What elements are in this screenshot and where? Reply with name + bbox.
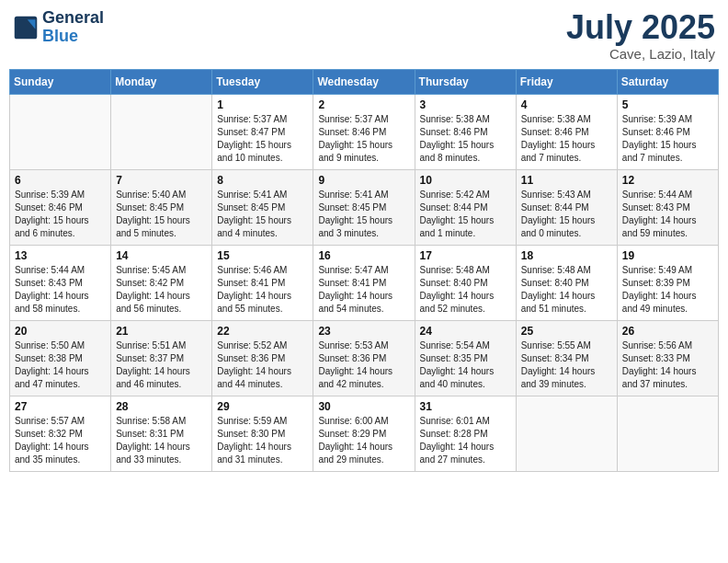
calendar-cell <box>516 396 617 471</box>
calendar-cell <box>617 396 718 471</box>
day-info: Sunrise: 5:41 AM Sunset: 8:45 PM Dayligh… <box>318 189 409 240</box>
weekday-saturday: Saturday <box>617 69 718 94</box>
day-info: Sunrise: 5:58 AM Sunset: 8:31 PM Dayligh… <box>116 415 207 466</box>
calendar-week-4: 20Sunrise: 5:50 AM Sunset: 8:38 PM Dayli… <box>10 320 719 396</box>
weekday-thursday: Thursday <box>415 69 516 94</box>
day-number: 10 <box>420 174 511 187</box>
calendar-cell: 1Sunrise: 5:37 AM Sunset: 8:47 PM Daylig… <box>212 94 313 169</box>
day-info: Sunrise: 5:48 AM Sunset: 8:40 PM Dayligh… <box>420 264 511 316</box>
day-number: 30 <box>318 400 409 413</box>
calendar-cell <box>10 94 111 169</box>
day-info: Sunrise: 5:59 AM Sunset: 8:30 PM Dayligh… <box>217 415 308 466</box>
calendar-week-1: 1Sunrise: 5:37 AM Sunset: 8:47 PM Daylig… <box>10 94 719 169</box>
day-number: 16 <box>318 249 409 262</box>
day-number: 20 <box>15 325 106 338</box>
day-number: 25 <box>521 325 612 338</box>
calendar-cell: 25Sunrise: 5:55 AM Sunset: 8:34 PM Dayli… <box>516 320 617 396</box>
day-number: 5 <box>622 98 713 111</box>
calendar-cell: 23Sunrise: 5:53 AM Sunset: 8:36 PM Dayli… <box>313 320 415 396</box>
calendar-cell: 20Sunrise: 5:50 AM Sunset: 8:38 PM Dayli… <box>10 320 111 396</box>
day-info: Sunrise: 5:49 AM Sunset: 8:39 PM Dayligh… <box>622 264 713 316</box>
day-number: 15 <box>217 249 308 262</box>
calendar-cell: 2Sunrise: 5:37 AM Sunset: 8:46 PM Daylig… <box>313 94 415 169</box>
calendar-week-2: 6Sunrise: 5:39 AM Sunset: 8:46 PM Daylig… <box>10 169 719 245</box>
weekday-monday: Monday <box>111 69 212 94</box>
day-info: Sunrise: 6:00 AM Sunset: 8:29 PM Dayligh… <box>318 415 409 466</box>
day-number: 7 <box>116 174 207 187</box>
day-number: 28 <box>116 400 207 413</box>
calendar-cell: 7Sunrise: 5:40 AM Sunset: 8:45 PM Daylig… <box>111 169 212 245</box>
day-number: 4 <box>521 98 612 111</box>
day-number: 21 <box>116 325 207 338</box>
day-info: Sunrise: 5:56 AM Sunset: 8:33 PM Dayligh… <box>622 339 713 391</box>
logo-text-general: General <box>42 9 104 28</box>
calendar-cell: 22Sunrise: 5:52 AM Sunset: 8:36 PM Dayli… <box>212 320 313 396</box>
day-number: 6 <box>15 174 106 187</box>
calendar-cell: 29Sunrise: 5:59 AM Sunset: 8:30 PM Dayli… <box>212 396 313 471</box>
day-number: 19 <box>622 249 713 262</box>
day-info: Sunrise: 6:01 AM Sunset: 8:28 PM Dayligh… <box>420 415 511 466</box>
day-number: 3 <box>420 98 511 111</box>
calendar-cell: 8Sunrise: 5:41 AM Sunset: 8:45 PM Daylig… <box>212 169 313 245</box>
day-info: Sunrise: 5:39 AM Sunset: 8:46 PM Dayligh… <box>15 189 106 240</box>
day-info: Sunrise: 5:39 AM Sunset: 8:46 PM Dayligh… <box>622 113 713 165</box>
day-info: Sunrise: 5:52 AM Sunset: 8:36 PM Dayligh… <box>217 339 308 391</box>
calendar-cell: 12Sunrise: 5:44 AM Sunset: 8:43 PM Dayli… <box>617 169 718 245</box>
day-number: 1 <box>217 98 308 111</box>
logo: General Blue <box>13 9 104 46</box>
day-info: Sunrise: 5:57 AM Sunset: 8:32 PM Dayligh… <box>15 415 106 466</box>
day-info: Sunrise: 5:38 AM Sunset: 8:46 PM Dayligh… <box>521 113 612 165</box>
calendar-cell: 31Sunrise: 6:01 AM Sunset: 8:28 PM Dayli… <box>415 396 516 471</box>
calendar-cell: 13Sunrise: 5:44 AM Sunset: 8:43 PM Dayli… <box>10 245 111 320</box>
calendar-cell: 11Sunrise: 5:43 AM Sunset: 8:44 PM Dayli… <box>516 169 617 245</box>
day-info: Sunrise: 5:54 AM Sunset: 8:35 PM Dayligh… <box>420 339 511 391</box>
day-info: Sunrise: 5:44 AM Sunset: 8:43 PM Dayligh… <box>15 264 106 316</box>
day-number: 12 <box>622 174 713 187</box>
weekday-friday: Friday <box>516 69 617 94</box>
logo-icon <box>13 15 39 40</box>
day-info: Sunrise: 5:40 AM Sunset: 8:45 PM Dayligh… <box>116 189 207 240</box>
logo-text-blue: Blue <box>42 28 104 46</box>
day-number: 11 <box>521 174 612 187</box>
day-info: Sunrise: 5:46 AM Sunset: 8:41 PM Dayligh… <box>217 264 308 316</box>
weekday-wednesday: Wednesday <box>313 69 415 94</box>
calendar-cell: 18Sunrise: 5:48 AM Sunset: 8:40 PM Dayli… <box>516 245 617 320</box>
calendar-body: 1Sunrise: 5:37 AM Sunset: 8:47 PM Daylig… <box>10 94 719 471</box>
calendar-cell: 26Sunrise: 5:56 AM Sunset: 8:33 PM Dayli… <box>617 320 718 396</box>
day-info: Sunrise: 5:47 AM Sunset: 8:41 PM Dayligh… <box>318 264 409 316</box>
day-info: Sunrise: 5:43 AM Sunset: 8:44 PM Dayligh… <box>521 189 612 240</box>
day-info: Sunrise: 5:42 AM Sunset: 8:44 PM Dayligh… <box>420 189 511 240</box>
calendar-cell: 5Sunrise: 5:39 AM Sunset: 8:46 PM Daylig… <box>617 94 718 169</box>
day-number: 8 <box>217 174 308 187</box>
calendar-cell: 14Sunrise: 5:45 AM Sunset: 8:42 PM Dayli… <box>111 245 212 320</box>
calendar-cell: 16Sunrise: 5:47 AM Sunset: 8:41 PM Dayli… <box>313 245 415 320</box>
day-number: 23 <box>318 325 409 338</box>
day-info: Sunrise: 5:41 AM Sunset: 8:45 PM Dayligh… <box>217 189 308 240</box>
calendar-cell: 6Sunrise: 5:39 AM Sunset: 8:46 PM Daylig… <box>10 169 111 245</box>
weekday-sunday: Sunday <box>10 69 111 94</box>
calendar-cell: 4Sunrise: 5:38 AM Sunset: 8:46 PM Daylig… <box>516 94 617 169</box>
calendar-cell: 27Sunrise: 5:57 AM Sunset: 8:32 PM Dayli… <box>10 396 111 471</box>
calendar-cell: 30Sunrise: 6:00 AM Sunset: 8:29 PM Dayli… <box>313 396 415 471</box>
day-info: Sunrise: 5:53 AM Sunset: 8:36 PM Dayligh… <box>318 339 409 391</box>
month-title: July 2025 <box>566 9 715 46</box>
calendar-cell: 28Sunrise: 5:58 AM Sunset: 8:31 PM Dayli… <box>111 396 212 471</box>
day-info: Sunrise: 5:48 AM Sunset: 8:40 PM Dayligh… <box>521 264 612 316</box>
day-info: Sunrise: 5:45 AM Sunset: 8:42 PM Dayligh… <box>116 264 207 316</box>
calendar-cell <box>111 94 212 169</box>
calendar-cell: 15Sunrise: 5:46 AM Sunset: 8:41 PM Dayli… <box>212 245 313 320</box>
calendar-cell: 10Sunrise: 5:42 AM Sunset: 8:44 PM Dayli… <box>415 169 516 245</box>
day-number: 9 <box>318 174 409 187</box>
calendar-header: SundayMondayTuesdayWednesdayThursdayFrid… <box>10 69 719 94</box>
calendar-week-5: 27Sunrise: 5:57 AM Sunset: 8:32 PM Dayli… <box>10 396 719 471</box>
title-block: July 2025 Cave, Lazio, Italy <box>566 9 715 62</box>
weekday-tuesday: Tuesday <box>212 69 313 94</box>
calendar-cell: 17Sunrise: 5:48 AM Sunset: 8:40 PM Dayli… <box>415 245 516 320</box>
day-number: 29 <box>217 400 308 413</box>
day-info: Sunrise: 5:38 AM Sunset: 8:46 PM Dayligh… <box>420 113 511 165</box>
weekday-header-row: SundayMondayTuesdayWednesdayThursdayFrid… <box>10 69 719 94</box>
day-number: 27 <box>15 400 106 413</box>
day-number: 24 <box>420 325 511 338</box>
day-info: Sunrise: 5:37 AM Sunset: 8:46 PM Dayligh… <box>318 113 409 165</box>
day-number: 2 <box>318 98 409 111</box>
